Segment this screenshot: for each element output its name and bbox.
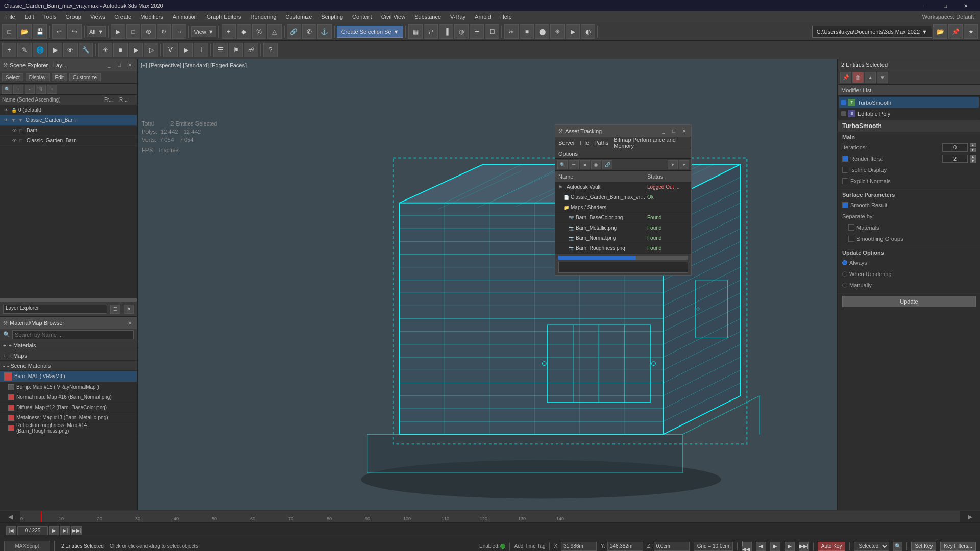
- help-icon-btn[interactable]: ?: [263, 43, 278, 57]
- path-browse-btn[interactable]: 📂: [933, 24, 947, 39]
- at-close-btn[interactable]: ✕: [680, 127, 688, 135]
- at-row[interactable]: 📄 Classic_Garden_Barn_max_vray.max Ok: [555, 192, 691, 203]
- at-tb-btn7[interactable]: ▾: [679, 160, 689, 169]
- rotate-btn[interactable]: ↻: [157, 24, 171, 39]
- se-edit-btn[interactable]: Edit: [52, 73, 67, 81]
- menu-create[interactable]: Create: [110, 13, 135, 21]
- menu-views[interactable]: Views: [86, 13, 109, 21]
- mat-subitem[interactable]: Metalness: Map #13 (Barn_Metallic.png): [0, 413, 137, 423]
- at-bottom-input[interactable]: [558, 262, 688, 273]
- scene-exp-btn[interactable]: ⚑: [229, 43, 243, 57]
- schematic-btn[interactable]: ■: [520, 24, 534, 39]
- at-menu-paths[interactable]: Paths: [594, 140, 608, 146]
- path-pin-btn[interactable]: 📌: [948, 24, 963, 39]
- spinner-btn[interactable]: △: [267, 24, 282, 39]
- motion-icon-btn[interactable]: ▶: [48, 43, 62, 57]
- smooth-result-checkbox[interactable]: [842, 202, 848, 208]
- restore-button[interactable]: □: [935, 0, 955, 11]
- materials-checkbox[interactable]: [848, 224, 854, 231]
- viewport[interactable]: [+] [Perspective] [Standard] [Edged Face…: [138, 59, 837, 510]
- mod-item-editable-poly[interactable]: E Editable Poly: [839, 108, 979, 119]
- vray-render-btn[interactable]: ▶: [179, 43, 193, 57]
- isoline-checkbox[interactable]: [842, 167, 848, 173]
- at-menu-bitmap[interactable]: Bitmap Performance and Memory: [614, 137, 688, 149]
- autokey-btn[interactable]: Auto Key: [818, 542, 846, 551]
- mod-delete-btn[interactable]: 🗑: [852, 72, 864, 83]
- prev-frame-btn[interactable]: |◀: [6, 526, 16, 535]
- undo-btn[interactable]: ↩: [52, 24, 66, 39]
- at-tb-btn4[interactable]: ◉: [591, 160, 601, 169]
- menu-edit[interactable]: Edit: [20, 13, 38, 21]
- se-sort-btn[interactable]: ⇅: [36, 85, 46, 94]
- vray-ipr-btn[interactable]: I: [194, 43, 208, 57]
- iterations-input[interactable]: [942, 143, 968, 152]
- mat-item[interactable]: Barn_MAT ( VRayMtl ): [0, 371, 137, 382]
- asset-lib-btn[interactable]: ☍: [244, 43, 258, 57]
- link-btn[interactable]: 🔗: [287, 24, 301, 39]
- mat-subitem[interactable]: Diffuse: Map #12 (Barn_BaseColor.png): [0, 403, 137, 413]
- menu-vray[interactable]: V-Ray: [446, 13, 470, 21]
- se-customize-btn[interactable]: Customize: [69, 73, 101, 81]
- frame-input[interactable]: [17, 526, 48, 535]
- close-button[interactable]: ✕: [955, 0, 976, 11]
- at-menu-server[interactable]: Server: [558, 140, 575, 146]
- render-preview-btn[interactable]: ▷: [144, 43, 158, 57]
- at-tb-btn6[interactable]: ▼: [668, 160, 678, 169]
- mb-close-btn[interactable]: ✕: [126, 319, 134, 327]
- hierarchy-btn[interactable]: ◍: [454, 24, 469, 39]
- set-key-btn[interactable]: Set Key: [911, 542, 936, 551]
- create-icon-btn[interactable]: +: [2, 43, 16, 57]
- menu-group[interactable]: Group: [61, 13, 85, 21]
- se-display-btn[interactable]: Display: [26, 73, 50, 81]
- render-iters-checkbox[interactable]: [842, 156, 848, 162]
- mod-item-turbosmoooth[interactable]: T TurboSmooth: [839, 97, 979, 108]
- at-row[interactable]: 📷 Barn_BaseColor.png Found: [555, 213, 691, 223]
- tree-row[interactable]: 👁 □ Classic_Garden_Barn: [0, 136, 137, 146]
- y-value-box[interactable]: 146.382m: [607, 542, 643, 551]
- mat-section-materials[interactable]: + + Materials: [0, 340, 137, 350]
- smoothing-groups-checkbox[interactable]: [848, 236, 854, 242]
- explicit-normals-checkbox[interactable]: [842, 178, 848, 184]
- at-row[interactable]: 📷 Barn_Metallic.png Found: [555, 223, 691, 233]
- menu-scripting[interactable]: Scripting: [317, 13, 347, 21]
- tree-row[interactable]: 👁 ▼ ▼ Classic_Garden_Barn: [0, 115, 137, 126]
- bind-btn[interactable]: ⚓: [317, 24, 332, 39]
- modify-icon-btn[interactable]: ✎: [17, 43, 32, 57]
- grid-snap-btn[interactable]: ▦: [408, 24, 423, 39]
- se-remove-btn[interactable]: -: [24, 85, 35, 94]
- mat-section-scene[interactable]: - - Scene Materials: [0, 361, 137, 371]
- render-anim-btn[interactable]: ▶: [129, 43, 143, 57]
- menu-file[interactable]: File: [2, 13, 19, 21]
- mirror-btn[interactable]: ⇄: [424, 24, 438, 39]
- view-dropdown[interactable]: View ▼: [191, 26, 216, 37]
- iter-up-btn[interactable]: ▲: [970, 143, 976, 147]
- se-close-btn[interactable]: ✕: [126, 61, 134, 69]
- se-select-btn[interactable]: Select: [2, 73, 23, 81]
- save-btn[interactable]: 💾: [33, 24, 47, 39]
- menu-substance[interactable]: Substance: [410, 13, 445, 21]
- se-filter-btn[interactable]: 🔍: [2, 85, 12, 94]
- menu-rendering[interactable]: Rendering: [247, 13, 281, 21]
- key-filters-btn[interactable]: Key Filters...: [940, 542, 976, 551]
- at-row[interactable]: ⚑ Autodesk Vault Logged Out ...: [555, 182, 691, 192]
- iter-down-btn[interactable]: ▼: [970, 148, 976, 152]
- scale-btn[interactable]: ↔: [172, 24, 186, 39]
- when-rendering-radio[interactable]: [842, 271, 847, 277]
- at-tb-btn1[interactable]: 🔍: [557, 160, 568, 169]
- menu-graph-editors[interactable]: Graph Editors: [203, 13, 246, 21]
- se-restore-btn[interactable]: □: [115, 61, 124, 69]
- at-tb-btn5[interactable]: 🔗: [602, 160, 612, 169]
- timeline-track[interactable]: 0 10 20 30 40 50 60 70 80 90 100 110 120…: [20, 511, 960, 522]
- search-btn[interactable]: 🔍: [893, 542, 902, 551]
- timeline-next-btn[interactable]: ▶: [960, 511, 980, 522]
- at-tb-btn2[interactable]: ☰: [569, 160, 579, 169]
- at-menu-options[interactable]: Options: [558, 151, 578, 157]
- x-value-box[interactable]: 31.986m: [561, 542, 597, 551]
- se-add-btn[interactable]: +: [13, 85, 23, 94]
- open-btn[interactable]: 📂: [17, 24, 32, 39]
- menu-help[interactable]: Help: [496, 13, 516, 21]
- menu-civil-view[interactable]: Civil View: [377, 13, 409, 21]
- always-radio[interactable]: [842, 260, 847, 265]
- all-dropdown[interactable]: All ▼: [87, 26, 106, 37]
- tree-row[interactable]: 👁 □ Barn: [0, 126, 137, 136]
